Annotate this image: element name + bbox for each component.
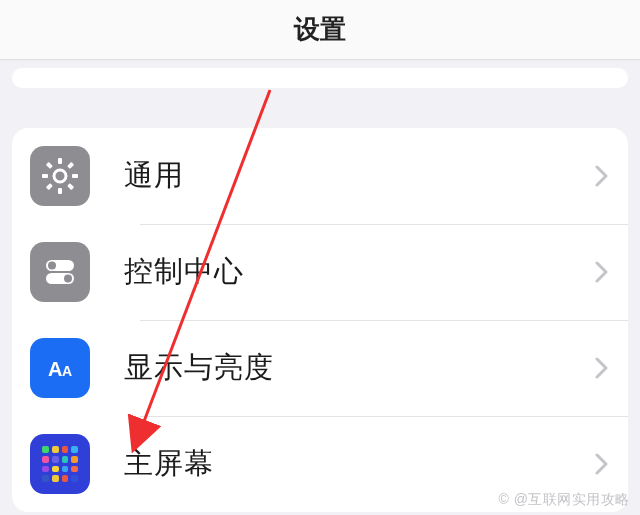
row-label: 显示与亮度: [90, 348, 592, 388]
svg-rect-5: [67, 162, 74, 169]
row-control-center[interactable]: 控制中心: [12, 224, 628, 320]
chevron-right-icon: [592, 357, 628, 379]
row-label: 控制中心: [90, 252, 592, 292]
svg-rect-2: [58, 188, 62, 194]
svg-point-10: [48, 262, 56, 270]
gear-icon: [30, 146, 90, 206]
page-title: 设置: [294, 12, 346, 47]
toggles-icon: [30, 242, 90, 302]
header: 设置: [0, 0, 640, 60]
svg-rect-1: [58, 158, 62, 164]
text-size-icon: A A: [30, 338, 90, 398]
settings-group: 通用 控制中心 A A 显示与亮度: [12, 128, 628, 512]
svg-text:A: A: [62, 363, 72, 379]
chevron-right-icon: [592, 261, 628, 283]
svg-rect-4: [72, 174, 78, 178]
row-display-brightness[interactable]: A A 显示与亮度: [12, 320, 628, 416]
watermark: © @互联网实用攻略: [499, 491, 630, 509]
profile-card-partial: [12, 68, 628, 88]
svg-rect-7: [46, 162, 53, 169]
home-screen-icon: [30, 434, 90, 494]
svg-point-0: [54, 170, 66, 182]
chevron-right-icon: [592, 453, 628, 475]
row-label: 通用: [90, 156, 592, 196]
row-general[interactable]: 通用: [12, 128, 628, 224]
svg-rect-6: [46, 183, 53, 190]
svg-point-12: [64, 275, 72, 283]
svg-rect-8: [67, 183, 74, 190]
chevron-right-icon: [592, 165, 628, 187]
svg-rect-3: [42, 174, 48, 178]
svg-text:A: A: [48, 358, 62, 380]
row-label: 主屏幕: [90, 444, 592, 484]
